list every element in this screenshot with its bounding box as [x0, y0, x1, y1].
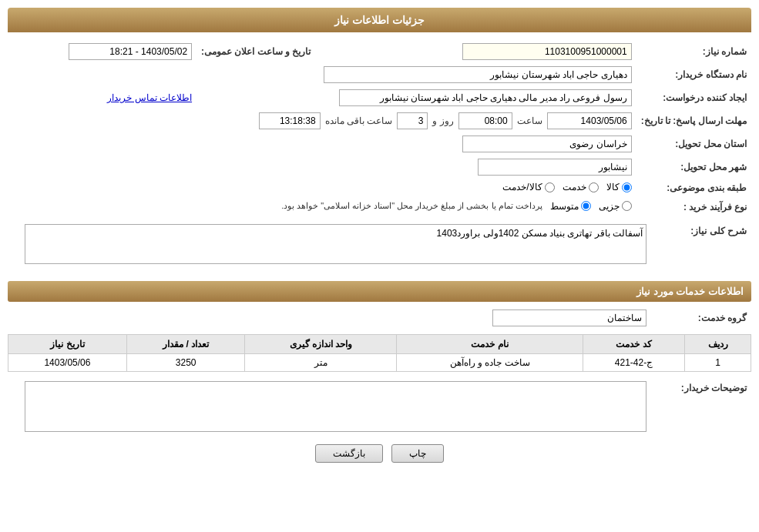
deadline-remaining-label: ساعت باقی مانده	[325, 115, 393, 126]
purchase-type-jozi-radio[interactable]	[622, 201, 632, 211]
province-value	[8, 132, 636, 156]
description-textarea[interactable]: آسفالت باقر تهاتری بنیاد مسکن 1402ولی بر…	[25, 224, 646, 264]
contact-link-cell: اطلاعات تماس خریدار	[8, 86, 196, 109]
announce-date-input[interactable]	[69, 43, 192, 60]
buyer-notes-textarea[interactable]	[25, 381, 646, 432]
category-kala-label: کالا	[606, 182, 620, 192]
buyer-org-label: نام دستگاه خریدار:	[636, 63, 751, 86]
cell-index: 1	[685, 354, 751, 372]
col-unit: واحد اندازه گیری	[245, 335, 397, 354]
announce-date-label: تاریخ و ساعت اعلان عمومی:	[196, 40, 335, 63]
requester-input[interactable]	[339, 89, 632, 106]
deadline-days-input[interactable]	[397, 112, 428, 129]
services-data-table: ردیف کد خدمت نام خدمت واحد اندازه گیری ت…	[8, 334, 751, 372]
purchase-type-motevaset-label: متوسط	[550, 201, 579, 212]
city-label: شهر محل تحویل:	[636, 156, 751, 179]
announce-date-value	[8, 40, 196, 63]
deadline-row: ساعت روز و ساعت باقی مانده	[8, 109, 636, 132]
cell-quantity: 3250	[126, 354, 245, 372]
requester-value	[196, 86, 636, 109]
btn-group: چاپ بازگشت	[8, 444, 751, 463]
deadline-label: مهلت ارسال پاسخ: تا تاریخ:	[636, 109, 751, 132]
need-number-input[interactable]	[462, 43, 632, 60]
category-label: طبقه بندی موضوعی:	[636, 179, 751, 198]
service-group-input[interactable]	[492, 309, 646, 326]
buyer-org-value	[8, 63, 636, 86]
province-input[interactable]	[462, 136, 632, 152]
buyer-notes-table: توضیحات خریدار:	[8, 378, 751, 435]
category-kala-option[interactable]: کالا	[606, 182, 632, 192]
description-label: شرح کلی نیاز:	[651, 221, 751, 273]
category-khedmat-label: خدمت	[563, 182, 586, 192]
category-khedmat-radio[interactable]	[589, 182, 599, 192]
cell-service-name: ساخت جاده و راه‌آهن	[397, 354, 583, 372]
description-table: شرح کلی نیاز: آسفالت باقر تهاتری بنیاد م…	[8, 221, 751, 273]
category-both-radio[interactable]	[545, 182, 555, 192]
purchase-type-jozi-option[interactable]: جزیی	[599, 201, 632, 212]
category-options: کالا خدمت کالا/خدمت	[8, 179, 636, 198]
purchase-type-row: جزیی متوسط پرداخت تمام یا بخشی از مبلغ خ…	[8, 198, 636, 217]
category-both-option[interactable]: کالا/خدمت	[502, 182, 554, 192]
city-input[interactable]	[478, 159, 632, 176]
table-row: 1 ج-42-421 ساخت جاده و راه‌آهن متر 3250 …	[8, 354, 751, 372]
requester-label: ایجاد کننده درخواست:	[636, 86, 751, 109]
services-section-title: اطلاعات خدمات مورد نیاز	[8, 281, 751, 302]
buyer-notes-cell	[8, 378, 651, 435]
col-quantity: تعداد / مقدار	[126, 335, 245, 354]
category-both-label: کالا/خدمت	[502, 182, 542, 192]
description-watermark-area: آسفالت باقر تهاتری بنیاد مسکن 1402ولی بر…	[12, 224, 646, 270]
service-group-label: گروه خدمت:	[651, 306, 751, 330]
buyer-notes-label: توضیحات خریدار:	[651, 378, 751, 435]
col-date: تاریخ نیاز	[8, 335, 127, 354]
province-label: استان محل تحویل:	[636, 132, 751, 156]
city-value	[8, 156, 636, 179]
print-button[interactable]: چاپ	[391, 444, 444, 463]
back-button[interactable]: بازگشت	[315, 444, 383, 463]
service-group-value	[8, 306, 651, 330]
description-value-cell: آسفالت باقر تهاتری بنیاد مسکن 1402ولی بر…	[8, 221, 651, 273]
need-number-label: شماره نیاز:	[636, 40, 751, 63]
purchase-type-label: نوع فرآیند خرید :	[636, 198, 751, 217]
purchase-note: پرداخت تمام یا بخشی از مبلغ خریدار محل "…	[281, 201, 542, 211]
purchase-type-motevaset-radio[interactable]	[581, 201, 591, 211]
service-group-table: گروه خدمت:	[8, 306, 751, 330]
cell-date: 1403/05/06	[8, 354, 127, 372]
deadline-time-input[interactable]	[458, 112, 512, 129]
category-khedmat-option[interactable]: خدمت	[563, 182, 599, 192]
purchase-type-motevaset-option[interactable]: متوسط	[550, 201, 591, 212]
purchase-type-jozi-label: جزیی	[599, 201, 620, 212]
deadline-days-label: روز و	[432, 115, 453, 126]
info-table: شماره نیاز: تاریخ و ساعت اعلان عمومی: نا…	[8, 40, 751, 216]
category-kala-radio[interactable]	[622, 182, 632, 192]
contact-link[interactable]: اطلاعات تماس خریدار	[107, 92, 192, 103]
col-service-name: نام خدمت	[397, 335, 583, 354]
main-title: جزئیات اطلاعات نیاز	[8, 8, 751, 32]
page-wrapper: جزئیات اطلاعات نیاز شماره نیاز: تاریخ و …	[0, 0, 759, 532]
deadline-remaining-input[interactable]	[259, 112, 321, 129]
deadline-date-input[interactable]	[547, 112, 632, 129]
cell-unit: متر	[245, 354, 397, 372]
cell-service-code: ج-42-421	[583, 354, 684, 372]
col-index: ردیف	[685, 335, 751, 354]
deadline-time-label: ساعت	[517, 115, 542, 126]
col-service-code: کد خدمت	[583, 335, 684, 354]
buyer-org-input[interactable]	[324, 66, 632, 83]
need-number-value	[381, 40, 636, 63]
